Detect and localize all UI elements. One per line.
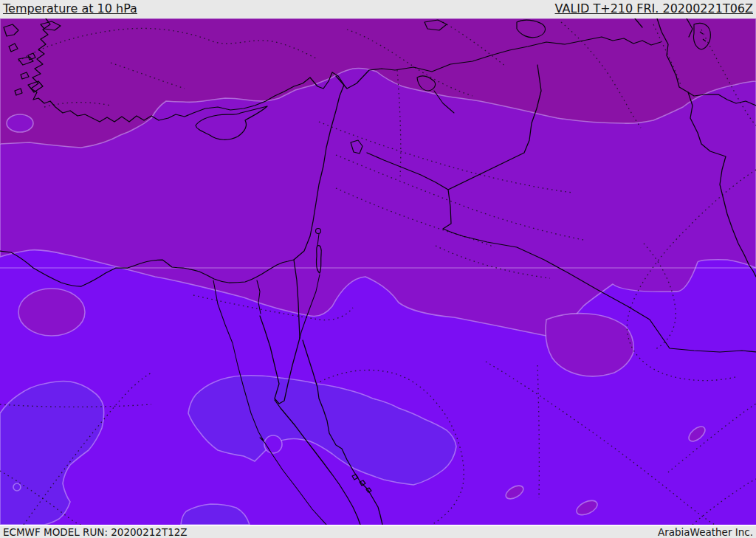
valid-time-label: VALID T+210 FRI. 20200221T06Z bbox=[555, 0, 753, 18]
attribution-label: ArabiaWeather Inc. bbox=[658, 526, 753, 538]
map-title: Temperature at 10 hPa bbox=[3, 0, 137, 18]
temperature-band-layer bbox=[0, 18, 756, 525]
footer-bar: ECMWF MODEL RUN: 20200212T12Z ArabiaWeat… bbox=[0, 525, 756, 538]
header-bar: Temperature at 10 hPa VALID T+210 FRI. 2… bbox=[0, 0, 756, 18]
weather-map-product: Temperature at 10 hPa VALID T+210 FRI. 2… bbox=[0, 0, 756, 538]
model-run-label: ECMWF MODEL RUN: 20200212T12Z bbox=[3, 526, 188, 538]
map-canvas bbox=[0, 18, 756, 525]
weather-map-svg bbox=[0, 18, 756, 525]
